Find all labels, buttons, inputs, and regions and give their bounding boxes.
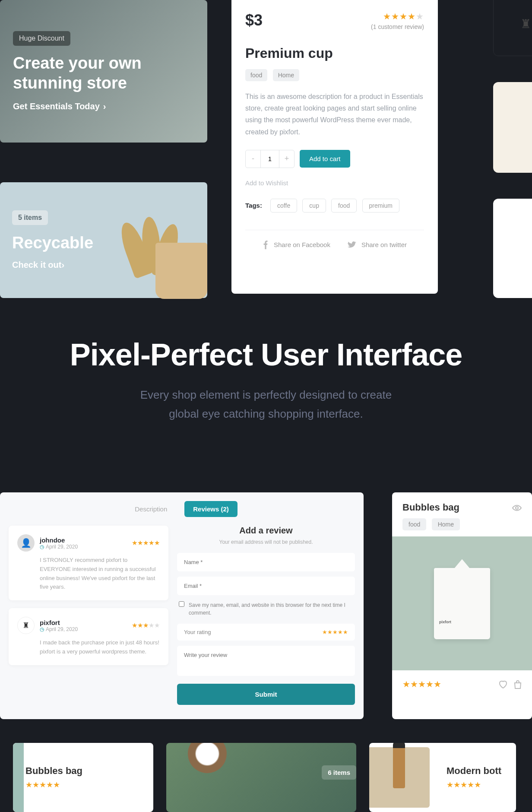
card-title: Bubbles bag bbox=[25, 765, 143, 777]
your-rating-row[interactable]: Your rating ★★★★★ bbox=[177, 624, 355, 641]
side-card-logo: ♜ bbox=[493, 0, 532, 56]
review-item: ♜ pixfort ◷April 29, 2020 ★★★★★ I made b… bbox=[9, 608, 168, 665]
tag-food[interactable]: food bbox=[402, 518, 426, 530]
review-textarea[interactable] bbox=[177, 646, 355, 676]
promo-card-recyclable[interactable]: 5 items Recycable Check it out› bbox=[0, 182, 207, 298]
tab-description[interactable]: Description bbox=[126, 501, 176, 517]
facebook-icon bbox=[263, 241, 269, 249]
chevron-right-icon: › bbox=[61, 260, 64, 270]
tower-icon: ♜ bbox=[520, 17, 531, 31]
add-review-title: Add a review bbox=[177, 526, 355, 536]
bag-icon[interactable] bbox=[514, 679, 522, 689]
product-price: $3 bbox=[245, 11, 263, 29]
tab-reviews[interactable]: Reviews (2) bbox=[184, 501, 238, 517]
promo1-link[interactable]: Get Essentials Today› bbox=[13, 102, 194, 111]
promo1-title: Create your own stunning store bbox=[13, 54, 194, 93]
card-title: Modern bott bbox=[446, 765, 506, 777]
product-categories: food Home bbox=[245, 69, 424, 81]
hero-section: Pixel-Perfect User Interface Every shop … bbox=[0, 337, 532, 423]
product-title: Premium cup bbox=[245, 45, 424, 61]
side-card-bottle bbox=[493, 199, 532, 298]
review-count[interactable]: (1 customer review) bbox=[371, 23, 424, 30]
share-facebook-link[interactable]: Share on Facebook bbox=[263, 241, 330, 249]
tag-cup[interactable]: cup bbox=[302, 199, 326, 213]
bottom-card-bubbles-bag[interactable]: Bubbles bag ★★★★★ bbox=[13, 743, 153, 812]
qty-plus-button[interactable]: + bbox=[279, 150, 294, 168]
avatar: ♜ bbox=[17, 617, 35, 634]
qty-input[interactable] bbox=[260, 150, 279, 168]
card-stars: ★★★★★ bbox=[25, 780, 143, 790]
category-food[interactable]: food bbox=[245, 69, 267, 81]
qty-minus-button[interactable]: - bbox=[246, 150, 260, 168]
product-description: This is an awesome description for a pro… bbox=[245, 91, 424, 138]
product-detail-card: $3 ★★★★★ (1 customer review) Premium cup… bbox=[231, 0, 438, 294]
review-date: ◷April 29, 2020 bbox=[40, 626, 78, 632]
clock-icon: ◷ bbox=[40, 626, 44, 632]
tag-premium[interactable]: premium bbox=[362, 199, 399, 213]
badge-5-items: 5 items bbox=[12, 210, 48, 225]
reviews-panel: Description Reviews (2) 👤 johndoe ◷April… bbox=[0, 492, 364, 719]
spoons-image bbox=[108, 191, 203, 290]
review-item: 👤 johndoe ◷April 29, 2020 ★★★★★ I STRONG… bbox=[9, 526, 168, 600]
twitter-icon bbox=[348, 241, 356, 248]
category-home[interactable]: Home bbox=[273, 69, 299, 81]
save-info-checkbox[interactable] bbox=[179, 601, 184, 607]
email-field[interactable] bbox=[177, 577, 355, 595]
hero-title: Pixel-Perfect User Interface bbox=[0, 337, 532, 372]
avatar: 👤 bbox=[17, 534, 35, 552]
grid-card-title: Bubbles bag bbox=[402, 502, 459, 513]
review-date: ◷April 29, 2020 bbox=[40, 544, 78, 550]
clock-icon: ◷ bbox=[40, 544, 44, 550]
tag-coffe[interactable]: coffe bbox=[270, 199, 297, 213]
save-info-checkbox-row[interactable]: Save my name, email, and website in this… bbox=[177, 600, 355, 618]
product-grid-card[interactable]: Bubbles bag food Home pixfort ★★★★★ bbox=[392, 492, 532, 719]
name-field[interactable] bbox=[177, 553, 355, 571]
coconut-image bbox=[188, 743, 227, 773]
tag-home[interactable]: Home bbox=[432, 518, 460, 530]
add-to-cart-button[interactable]: Add to cart bbox=[300, 150, 350, 168]
promo-card-discount[interactable]: Huge Discount Create your own stunning s… bbox=[0, 0, 207, 143]
svg-point-0 bbox=[516, 507, 518, 509]
heart-icon[interactable] bbox=[498, 679, 508, 689]
review-body: I STRONGLY recommend pixfort to EVERYONE… bbox=[40, 556, 160, 592]
bottom-card-collection[interactable]: 6 items bbox=[166, 743, 356, 812]
add-to-wishlist-link[interactable]: Add to Wishlist bbox=[245, 179, 424, 187]
review-stars: ★★★★★ bbox=[132, 539, 160, 547]
card-stars: ★★★★★ bbox=[446, 780, 506, 790]
review-stars: ★★★★★ bbox=[132, 622, 160, 629]
add-review-note: Your email address will not be published… bbox=[177, 539, 355, 545]
bottle-image bbox=[393, 743, 405, 788]
reviewer-name: johndoe bbox=[40, 536, 78, 544]
side-card-bag bbox=[493, 82, 532, 173]
hero-subtitle: Every shop element is perfectly designed… bbox=[0, 385, 532, 423]
rating-stars-input[interactable]: ★★★★★ bbox=[322, 629, 348, 635]
reviewer-name: pixfort bbox=[40, 619, 78, 626]
badge-huge-discount: Huge Discount bbox=[13, 31, 70, 46]
product-tags: Tags: coffe cup food premium bbox=[245, 199, 424, 213]
review-body: I made back the purchase price in just 4… bbox=[40, 638, 160, 657]
submit-review-button[interactable]: Submit bbox=[177, 684, 355, 705]
badge-6-items: 6 items bbox=[322, 765, 356, 780]
eye-icon[interactable] bbox=[512, 503, 522, 513]
tag-food[interactable]: food bbox=[331, 199, 357, 213]
quantity-stepper: - + bbox=[245, 150, 294, 168]
grid-card-stars: ★★★★★ bbox=[402, 679, 441, 689]
share-twitter-link[interactable]: Share on twitter bbox=[348, 241, 407, 249]
bottom-card-modern-bottle[interactable]: Modern bott ★★★★★ bbox=[369, 743, 516, 812]
chevron-right-icon: › bbox=[103, 102, 106, 111]
product-stars: ★★★★★ bbox=[371, 11, 424, 22]
grid-card-image: pixfort bbox=[392, 536, 532, 670]
